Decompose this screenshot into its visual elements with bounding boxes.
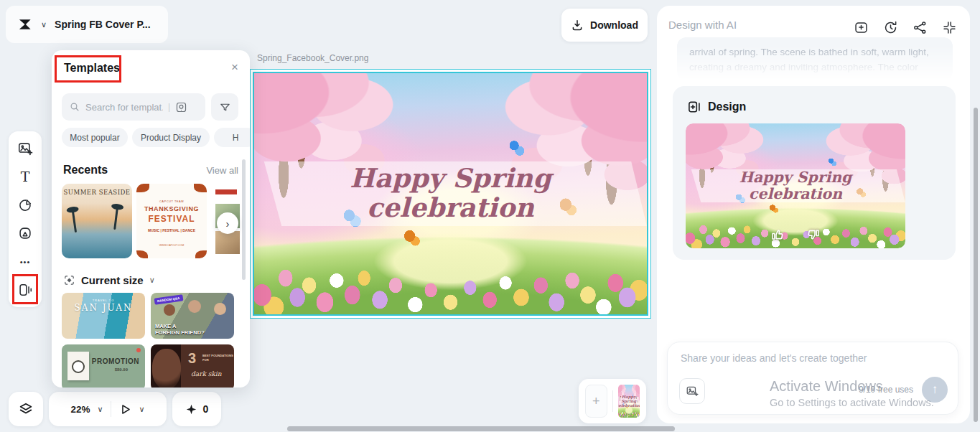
ai-panel-title: Design with AI (668, 19, 737, 31)
person-photo (214, 303, 226, 315)
palm-silhouette (72, 211, 77, 233)
credits-button[interactable]: 0 (172, 392, 221, 426)
chevron-down-icon[interactable]: ∨ (97, 405, 103, 413)
filter-button[interactable] (211, 93, 238, 121)
more-tools-button[interactable]: ••• (16, 253, 34, 271)
thumb-photo (215, 231, 240, 254)
download-label: Download (590, 19, 638, 31)
page-selector: + Happy Springcelebration (579, 379, 646, 423)
ai-message-snippet: arrival of spring. The scene is bathed i… (677, 37, 953, 80)
leaf-decoration (136, 184, 149, 192)
person-photo (152, 349, 181, 388)
design-card-header: Design (687, 100, 746, 114)
current-size-label: Current size (81, 274, 144, 286)
ai-panel: Design with AI arrival of spring. The sc… (657, 6, 970, 423)
add-page-button[interactable]: + (585, 385, 607, 418)
leaf-decoration (194, 184, 207, 192)
search-divider: | (168, 102, 170, 112)
spring-design-artwork[interactable]: Happy Springcelebration (254, 73, 647, 314)
collapse-icon[interactable] (942, 20, 957, 35)
zoom-control: 22% ∨ ∨ (49, 392, 167, 426)
zoom-level[interactable]: 22% (70, 404, 90, 415)
template-promotion[interactable]: PROMOTION $89.99 (62, 344, 145, 388)
recents-title: Recents (63, 164, 108, 177)
document-title[interactable]: Spring FB Cover P... (55, 19, 151, 30)
batch-edit-button[interactable] (16, 281, 34, 299)
free-uses-counter: 9/10 free uses (859, 385, 913, 395)
image-search-icon[interactable] (175, 101, 187, 113)
template-foundations[interactable]: 3 BEST FOUNDATIONS FOR dark skin (151, 344, 234, 388)
spark-icon (185, 403, 197, 415)
share-icon[interactable] (913, 20, 928, 35)
template-foreign-friend[interactable]: RANDOM Q&A MAKE A FOREIGN FRIEND? (151, 293, 234, 339)
new-chat-icon[interactable] (854, 20, 869, 35)
person-photo (164, 304, 175, 316)
person-photo (188, 300, 201, 313)
canvas-horizontal-scrollbar[interactable] (287, 426, 675, 431)
left-toolbar: T ••• (9, 131, 42, 307)
window-vertical-scrollbar[interactable] (974, 108, 978, 422)
thumb-title: FOREIGN FRIEND? (155, 329, 205, 336)
chevron-down-icon[interactable]: ∨ (41, 21, 47, 29)
thumb-title-block (215, 189, 237, 194)
template-thanksgiving[interactable]: CAPCUT TEAM THANKSGIVING FESTIVAL MUSIC … (136, 184, 207, 258)
thumb-title: MAKE A (155, 323, 176, 329)
ai-panel-actions (854, 20, 957, 35)
ai-prompt-card: 9/10 free uses ↑ (667, 342, 958, 415)
canvas-selection[interactable]: Happy Springcelebration (250, 69, 651, 319)
thumbs-down-icon[interactable] (805, 227, 821, 243)
recents-next-button[interactable]: › (217, 212, 238, 234)
ai-generated-design[interactable]: Happy Springcelebration (686, 123, 905, 248)
thumb-title: BEST FOUNDATIONS FOR (202, 354, 234, 362)
view-all-link[interactable]: View all (206, 165, 238, 176)
page-thumbnail[interactable]: Happy Springcelebration (618, 385, 640, 418)
close-icon[interactable]: × (231, 60, 238, 75)
arrow-up-icon: ↑ (932, 382, 938, 397)
thumb-price: $89.99 (115, 367, 128, 372)
shapes-tool-button[interactable] (16, 196, 34, 215)
chevron-down-icon[interactable]: ∨ (139, 405, 145, 413)
ai-prompt-input[interactable] (681, 352, 939, 364)
download-button[interactable]: Download (561, 9, 648, 42)
preview-icon[interactable] (118, 403, 132, 416)
search-input[interactable] (85, 102, 163, 113)
thumbs-up-icon[interactable] (770, 227, 786, 243)
chip-clipped[interactable]: H (214, 128, 250, 147)
text-tool-button[interactable]: T (16, 167, 34, 186)
elements-tool-button[interactable] (16, 224, 34, 243)
leaf-decoration (195, 250, 207, 258)
design-card-title: Design (708, 100, 746, 113)
history-icon[interactable] (883, 20, 898, 35)
search-icon (69, 101, 80, 113)
layers-button[interactable] (9, 392, 43, 426)
current-size-header[interactable]: Current size ∨ (63, 274, 155, 286)
clock-decoration (72, 360, 85, 373)
design-headline: Happy Springcelebration (254, 159, 647, 228)
send-button[interactable]: ↑ (922, 377, 948, 403)
divider (612, 390, 613, 412)
thumb-badge: RANDOM Q&A (154, 294, 183, 304)
template-search[interactable]: | (62, 93, 205, 121)
thumb-title: THANKSGIVING (136, 205, 207, 212)
template-summer-seaside[interactable]: SUMMER SEASIDE (62, 184, 132, 258)
templates-scrollbar[interactable] (242, 159, 246, 280)
capcut-logo-icon[interactable] (17, 18, 33, 31)
templates-panel: Templates × | Most popular Product Displ… (52, 50, 250, 388)
add-image-button[interactable] (679, 378, 705, 404)
document-header: ∨ Spring FB Cover P... (6, 6, 168, 43)
credits-count: 0 (203, 403, 209, 415)
thumb-number: 3 (188, 350, 196, 367)
template-san-juan[interactable]: TRAVEL TO SAN JUAN (62, 293, 145, 339)
chip-most-popular[interactable]: Most popular (62, 128, 128, 147)
download-icon (571, 19, 584, 32)
thumb-title: SUMMER SEASIDE (62, 189, 132, 196)
canvas-page[interactable]: Happy Springcelebration (253, 72, 648, 316)
canvas-file-label[interactable]: Spring_Facebook_Cover.png (257, 53, 368, 63)
templates-panel-title: Templates (64, 62, 120, 75)
thumb-title: PROMOTION (92, 357, 139, 365)
chip-product-display[interactable]: Product Display (132, 128, 210, 147)
thumb-script: dark skin (191, 370, 222, 377)
add-media-button[interactable] (16, 139, 34, 158)
leaf-decoration (136, 250, 148, 258)
chevron-down-icon: ∨ (149, 276, 155, 284)
